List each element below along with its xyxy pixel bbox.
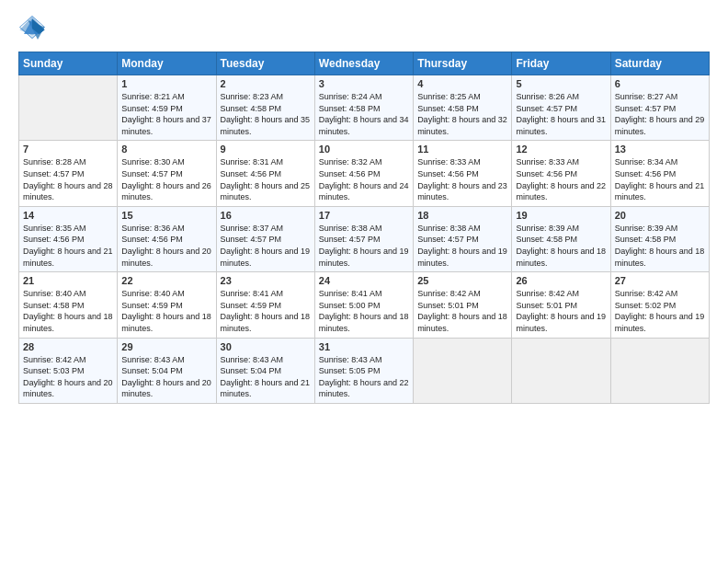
weekday-header-monday: Monday [118,52,216,75]
cell-info: Sunrise: 8:39 AMSunset: 4:58 PMDaylight:… [516,223,606,269]
calendar-cell: 24Sunrise: 8:41 AMSunset: 5:00 PMDayligh… [314,272,413,338]
cell-info: Sunrise: 8:21 AMSunset: 4:59 PMDaylight:… [121,91,211,137]
day-number: 18 [417,210,507,221]
day-number: 17 [319,210,409,221]
calendar-cell: 16Sunrise: 8:37 AMSunset: 4:57 PMDayligh… [216,206,314,271]
calendar-cell: 5Sunrise: 8:26 AMSunset: 4:57 PMDaylight… [512,75,610,141]
cell-info: Sunrise: 8:42 AMSunset: 5:03 PMDaylight:… [23,354,113,400]
calendar-week-2: 14Sunrise: 8:35 AMSunset: 4:56 PMDayligh… [19,206,710,271]
weekday-header-thursday: Thursday [414,52,512,75]
day-number: 3 [319,78,409,89]
calendar-cell [512,338,610,403]
calendar-cell: 10Sunrise: 8:32 AMSunset: 4:56 PMDayligh… [314,141,413,206]
cell-info: Sunrise: 8:33 AMSunset: 4:56 PMDaylight:… [516,156,606,202]
calendar-cell: 19Sunrise: 8:39 AMSunset: 4:58 PMDayligh… [512,206,610,271]
cell-info: Sunrise: 8:31 AMSunset: 4:56 PMDaylight:… [221,156,311,202]
calendar-cell [19,75,118,141]
day-number: 23 [221,275,311,286]
calendar-cell: 11Sunrise: 8:33 AMSunset: 4:56 PMDayligh… [414,141,512,206]
calendar-cell: 15Sunrise: 8:36 AMSunset: 4:56 PMDayligh… [118,206,216,271]
weekday-header-friday: Friday [512,52,610,75]
calendar-cell: 31Sunrise: 8:43 AMSunset: 5:05 PMDayligh… [314,338,413,403]
weekday-header-sunday: Sunday [19,52,118,75]
calendar-cell: 13Sunrise: 8:34 AMSunset: 4:56 PMDayligh… [610,141,709,206]
weekday-header-row: SundayMondayTuesdayWednesdayThursdayFrid… [19,52,710,75]
cell-info: Sunrise: 8:25 AMSunset: 4:58 PMDaylight:… [417,91,507,137]
cell-info: Sunrise: 8:34 AMSunset: 4:56 PMDaylight:… [615,156,705,202]
cell-info: Sunrise: 8:28 AMSunset: 4:57 PMDaylight:… [23,156,113,202]
calendar-cell: 20Sunrise: 8:39 AMSunset: 4:58 PMDayligh… [610,206,709,271]
calendar-cell: 21Sunrise: 8:40 AMSunset: 4:58 PMDayligh… [19,272,118,338]
day-number: 20 [615,210,705,221]
calendar-week-3: 21Sunrise: 8:40 AMSunset: 4:58 PMDayligh… [19,272,710,338]
day-number: 9 [221,144,311,155]
cell-info: Sunrise: 8:43 AMSunset: 5:04 PMDaylight:… [121,354,211,400]
day-number: 27 [615,275,705,286]
calendar-cell: 2Sunrise: 8:23 AMSunset: 4:58 PMDaylight… [216,75,314,141]
day-number: 4 [417,78,507,89]
day-number: 22 [121,275,211,286]
cell-info: Sunrise: 8:36 AMSunset: 4:56 PMDaylight:… [121,223,211,269]
day-number: 5 [516,78,606,89]
calendar-week-4: 28Sunrise: 8:42 AMSunset: 5:03 PMDayligh… [19,338,710,403]
calendar-cell: 27Sunrise: 8:42 AMSunset: 5:02 PMDayligh… [610,272,709,338]
cell-info: Sunrise: 8:42 AMSunset: 5:01 PMDaylight:… [417,288,507,334]
day-number: 2 [221,78,311,89]
calendar-cell: 18Sunrise: 8:38 AMSunset: 4:57 PMDayligh… [414,206,512,271]
day-number: 15 [121,210,211,221]
calendar-cell: 1Sunrise: 8:21 AMSunset: 4:59 PMDaylight… [118,75,216,141]
cell-info: Sunrise: 8:35 AMSunset: 4:56 PMDaylight:… [23,223,113,269]
cell-info: Sunrise: 8:43 AMSunset: 5:05 PMDaylight:… [319,354,409,400]
cell-info: Sunrise: 8:38 AMSunset: 4:57 PMDaylight:… [417,223,507,269]
calendar-cell: 7Sunrise: 8:28 AMSunset: 4:57 PMDaylight… [19,141,118,206]
logo [18,15,50,42]
cell-info: Sunrise: 8:30 AMSunset: 4:57 PMDaylight:… [121,156,211,202]
cell-info: Sunrise: 8:42 AMSunset: 5:02 PMDaylight:… [615,288,705,334]
day-number: 29 [121,341,211,352]
cell-info: Sunrise: 8:38 AMSunset: 4:57 PMDaylight:… [319,223,409,269]
cell-info: Sunrise: 8:33 AMSunset: 4:56 PMDaylight:… [417,156,507,202]
day-number: 25 [417,275,507,286]
calendar-cell: 4Sunrise: 8:25 AMSunset: 4:58 PMDaylight… [414,75,512,141]
calendar-cell: 25Sunrise: 8:42 AMSunset: 5:01 PMDayligh… [414,272,512,338]
day-number: 21 [23,275,113,286]
calendar-cell: 30Sunrise: 8:43 AMSunset: 5:04 PMDayligh… [216,338,314,403]
cell-info: Sunrise: 8:37 AMSunset: 4:57 PMDaylight:… [221,223,311,269]
calendar-cell: 17Sunrise: 8:38 AMSunset: 4:57 PMDayligh… [314,206,413,271]
cell-info: Sunrise: 8:27 AMSunset: 4:57 PMDaylight:… [615,91,705,137]
logo-icon [18,15,46,42]
calendar: SundayMondayTuesdayWednesdayThursdayFrid… [18,52,710,404]
cell-info: Sunrise: 8:26 AMSunset: 4:57 PMDaylight:… [516,91,606,137]
calendar-cell: 9Sunrise: 8:31 AMSunset: 4:56 PMDaylight… [216,141,314,206]
calendar-cell: 6Sunrise: 8:27 AMSunset: 4:57 PMDaylight… [610,75,709,141]
day-number: 7 [23,144,113,155]
day-number: 6 [615,78,705,89]
day-number: 31 [319,341,409,352]
calendar-cell: 8Sunrise: 8:30 AMSunset: 4:57 PMDaylight… [118,141,216,206]
calendar-week-0: 1Sunrise: 8:21 AMSunset: 4:59 PMDaylight… [19,75,710,141]
calendar-cell: 28Sunrise: 8:42 AMSunset: 5:03 PMDayligh… [19,338,118,403]
day-number: 12 [516,144,606,155]
day-number: 16 [221,210,311,221]
cell-info: Sunrise: 8:42 AMSunset: 5:01 PMDaylight:… [516,288,606,334]
page-header [18,15,710,42]
day-number: 19 [516,210,606,221]
calendar-cell [414,338,512,403]
day-number: 30 [221,341,311,352]
calendar-cell: 23Sunrise: 8:41 AMSunset: 4:59 PMDayligh… [216,272,314,338]
calendar-cell: 14Sunrise: 8:35 AMSunset: 4:56 PMDayligh… [19,206,118,271]
cell-info: Sunrise: 8:24 AMSunset: 4:58 PMDaylight:… [319,91,409,137]
calendar-cell: 29Sunrise: 8:43 AMSunset: 5:04 PMDayligh… [118,338,216,403]
day-number: 8 [121,144,211,155]
calendar-cell: 3Sunrise: 8:24 AMSunset: 4:58 PMDaylight… [314,75,413,141]
cell-info: Sunrise: 8:43 AMSunset: 5:04 PMDaylight:… [221,354,311,400]
cell-info: Sunrise: 8:40 AMSunset: 4:58 PMDaylight:… [23,288,113,334]
day-number: 28 [23,341,113,352]
calendar-cell: 26Sunrise: 8:42 AMSunset: 5:01 PMDayligh… [512,272,610,338]
calendar-week-1: 7Sunrise: 8:28 AMSunset: 4:57 PMDaylight… [19,141,710,206]
cell-info: Sunrise: 8:23 AMSunset: 4:58 PMDaylight:… [221,91,311,137]
calendar-cell: 12Sunrise: 8:33 AMSunset: 4:56 PMDayligh… [512,141,610,206]
day-number: 14 [23,210,113,221]
cell-info: Sunrise: 8:39 AMSunset: 4:58 PMDaylight:… [615,223,705,269]
weekday-header-wednesday: Wednesday [314,52,413,75]
